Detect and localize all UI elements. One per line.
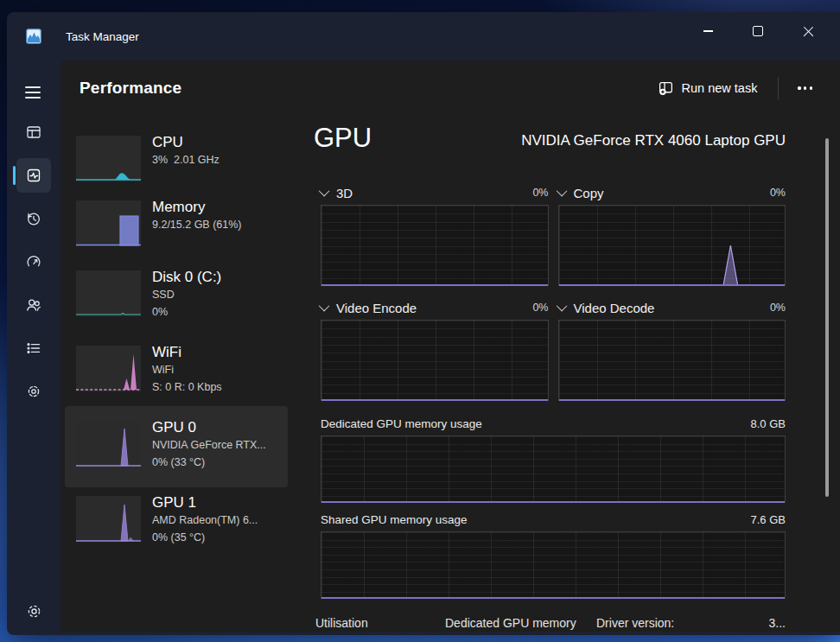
driver-version-label: Driver version: [596,616,674,630]
settings-gear-icon [26,603,42,620]
chart-video-decode [558,320,786,401]
maximize-button[interactable] [733,12,783,50]
vertical-scrollbar-thumb[interactable] [825,138,829,497]
speedometer-icon [26,254,41,270]
performance-panel: Performance Run new task [60,60,840,632]
chart-label-copy: Copy [574,186,604,200]
hamburger-menu-icon[interactable] [25,86,41,99]
task-manager-window: Task Manager [7,12,840,635]
sidebar-item-details[interactable] [16,331,51,365]
metric-subline: 0% (33 °C) [152,454,284,472]
metric-subline: NVIDIA GeForce RTX... [152,437,284,454]
shared-memory-value: 7.6 GB [751,513,786,526]
metric-item-gpu1[interactable]: GPU 1 AMD Radeon(TM) 6... 0% (35 °C) [65,481,288,563]
users-icon [26,297,41,313]
chart-copy [558,205,786,286]
chevron-down-icon[interactable] [556,185,567,196]
minimize-button[interactable] [683,12,733,50]
dedicated-memory-label: Dedicated GPU memory usage [321,417,482,430]
chevron-down-icon[interactable] [319,185,330,196]
metric-title: CPU [152,132,284,152]
header-divider [778,77,779,99]
chart-value-video-decode: 0% [770,302,786,314]
metric-subline: SSD [152,287,284,304]
metric-subline: 9.2/15.2 GB (61%) [152,217,284,234]
window-title: Task Manager [66,30,139,43]
metric-item-memory[interactable]: Memory 9.2/15.2 GB (61%) [65,186,288,267]
chart-label-video-decode: Video Decode [574,301,655,315]
sidebar-item-processes[interactable] [16,115,51,149]
chart-video-encode [321,320,549,401]
chart-value-copy: 0% [770,187,786,199]
utilisation-label: Utilisation [315,616,368,630]
desktop-wallpaper: Task Manager [0,0,840,642]
sidebar-item-performance[interactable] [16,158,51,193]
title-bar: Task Manager [7,12,840,60]
gpu0-mini-chart [76,421,141,467]
chevron-down-icon[interactable] [319,300,330,311]
metric-item-disk[interactable]: Disk 0 (C:) SSD 0% [65,256,288,337]
metric-item-gpu0[interactable]: GPU 0 NVIDIA GeForce RTX... 0% (33 °C) [65,406,288,487]
minimize-icon [703,30,713,31]
chart-label-3d: 3D [336,186,353,200]
metric-subline: 3% 2.01 GHz [152,152,284,169]
metric-subline: WiFi [152,362,284,379]
metric-item-wifi[interactable]: WiFi WiFi S: 0 R: 0 Kbps [65,331,288,412]
performance-icon [26,168,41,183]
chart-dedicated-memory [321,435,786,503]
metric-title: Disk 0 (C:) [152,267,284,287]
shared-memory-label: Shared GPU memory usage [321,513,468,526]
chart-3d [321,205,549,286]
sidebar-nav [16,115,51,409]
processes-icon [26,124,41,140]
disk-mini-chart [76,270,141,316]
sidebar-item-services[interactable] [16,374,51,409]
cpu-mini-chart [76,136,141,181]
services-cog-icon [26,384,41,399]
close-icon [803,26,814,37]
gpu-stats-footer: Utilisation Dedicated GPU memory Driver … [321,616,786,632]
sidebar [7,60,60,635]
maximize-icon [753,26,763,36]
close-button[interactable] [783,12,833,50]
task-manager-app-icon [26,29,41,44]
copy-activity-spike [559,206,786,286]
details-list-icon [26,340,41,356]
metric-title: WiFi [152,342,284,362]
metric-title: GPU 1 [152,493,284,512]
gpu-title: GPU [314,123,372,154]
dedicated-memory-value: 8.0 GB [751,417,786,430]
metric-subline: AMD Radeon(TM) 6... [152,512,284,530]
chart-value-video-encode: 0% [532,302,548,314]
metric-subline: S: 0 R: 0 Kbps [152,379,284,397]
sidebar-item-settings[interactable] [16,594,51,628]
metric-subline: 0% (35 °C) [152,530,284,547]
driver-version-value: 3... [769,616,786,630]
metric-title: Memory [152,197,284,217]
sidebar-item-app-history[interactable] [16,201,51,236]
memory-mini-chart [76,200,141,246]
new-task-icon [658,80,674,96]
more-options-button[interactable] [787,78,823,98]
gpu1-mini-chart [76,496,141,542]
page-title: Performance [80,79,181,98]
dedicated-gpu-memory-label: Dedicated GPU memory [445,616,576,630]
sidebar-item-startup-apps[interactable] [16,245,51,279]
chevron-down-icon[interactable] [556,300,567,311]
chart-shared-memory [321,531,786,599]
run-new-task-button[interactable]: Run new task [649,74,767,102]
wifi-mini-chart [76,346,141,391]
sidebar-item-users[interactable] [16,288,51,322]
gpu-detail: GPU NVIDIA GeForce RTX 4060 Laptop GPU 3… [321,116,786,632]
gpu-device-name: NVIDIA GeForce RTX 4060 Laptop GPU [521,132,786,154]
metric-title: GPU 0 [152,417,284,437]
history-clock-icon [26,211,41,226]
run-new-task-label: Run new task [682,81,758,95]
panel-header: Performance Run new task [60,60,840,116]
metric-subline: 0% [152,304,284,321]
chart-value-3d: 0% [532,187,548,199]
chart-label-video-encode: Video Encode [336,301,417,315]
